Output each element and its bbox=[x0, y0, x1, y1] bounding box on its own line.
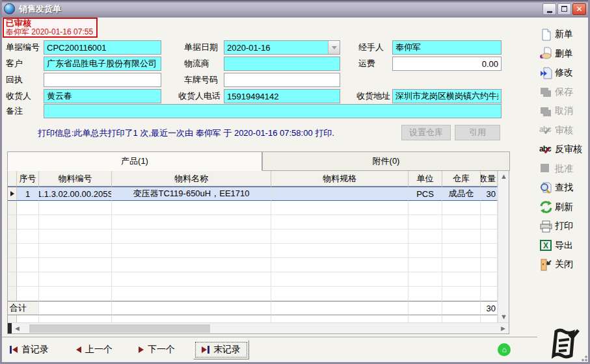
new-doc-button[interactable]: 新单 bbox=[539, 27, 590, 42]
total-qty: 30 bbox=[481, 301, 498, 315]
cell-name[interactable]: 变压器TC119-650uH，EE1710 bbox=[112, 187, 271, 201]
save-button: 保存 bbox=[539, 85, 590, 99]
minimize-button[interactable] bbox=[543, 3, 556, 15]
reference-button: 引用 bbox=[455, 125, 500, 140]
record-navbar: 首记录 上一个 下一个 末记录 bbox=[2, 337, 537, 362]
maximize-button[interactable] bbox=[557, 3, 571, 15]
print-info: 打印信息:此单总共打印了1 次,最近一次由 奉仰军 于 2020-01-16 0… bbox=[38, 127, 334, 139]
horizontal-scrollbar[interactable]: ◄ ► bbox=[8, 322, 509, 333]
export-button[interactable]: X 导出 bbox=[539, 239, 590, 253]
plate-no-field[interactable] bbox=[224, 73, 340, 87]
empty-grid-row bbox=[8, 201, 509, 215]
cell-warehouse[interactable]: 成品仓 bbox=[442, 187, 481, 201]
logistics-label: 物流商 bbox=[184, 57, 209, 71]
consignee-field[interactable] bbox=[44, 89, 161, 103]
doc-no-label: 单据编号 bbox=[6, 40, 40, 55]
prev-record-button[interactable]: 上一个 bbox=[76, 344, 113, 356]
receipt-field[interactable] bbox=[44, 73, 161, 87]
cell-qty[interactable]: 30 bbox=[481, 187, 498, 201]
audit-icon: abc✔ bbox=[539, 124, 553, 137]
audit-by: 奉仰军 2020-01-16 07:55 bbox=[6, 28, 94, 36]
doc-date-combo[interactable] bbox=[224, 40, 340, 55]
tab-products[interactable]: 产品(1) bbox=[7, 151, 262, 171]
phone-label: 收货人电话 bbox=[178, 89, 221, 103]
phone-field[interactable] bbox=[224, 89, 340, 103]
logistics-field[interactable] bbox=[224, 57, 340, 71]
resize-grip[interactable] bbox=[580, 354, 587, 361]
audit-button: abc✔ 审核 bbox=[539, 124, 590, 138]
col-spec[interactable]: 物料规格 bbox=[271, 171, 409, 187]
first-record-icon bbox=[10, 346, 18, 354]
modify-icon bbox=[539, 66, 553, 80]
scroll-up-icon[interactable]: ▲ bbox=[498, 171, 509, 182]
cell-spec[interactable] bbox=[271, 187, 409, 201]
cancel-button: 取消 bbox=[539, 104, 590, 118]
col-qty[interactable]: 数量 bbox=[481, 171, 498, 187]
minimize-icon bbox=[547, 11, 552, 13]
empty-grid-row bbox=[8, 215, 509, 229]
next-record-button[interactable]: 下一个 bbox=[139, 344, 175, 356]
print-button[interactable]: 打印 bbox=[539, 219, 590, 233]
consignee-label: 收货人 bbox=[6, 89, 31, 103]
print-icon bbox=[539, 220, 553, 233]
handler-label: 经手人 bbox=[358, 40, 384, 55]
close-doc-button[interactable]: 关闭 bbox=[539, 257, 590, 272]
scroll-right-icon[interactable]: ► bbox=[498, 323, 509, 334]
table-row[interactable]: 1 1.1.3.02.00.00.205S 变压器TC119-650uH，EE1… bbox=[8, 187, 509, 201]
close-doc-icon bbox=[539, 258, 553, 272]
tab-attachments[interactable]: 附件(0) bbox=[262, 151, 510, 171]
col-unit[interactable]: 单位 bbox=[409, 171, 442, 187]
row-arrow-icon bbox=[10, 191, 14, 196]
col-code[interactable]: 物料编号 bbox=[39, 171, 112, 187]
vertical-scrollbar[interactable]: ▲ ▼ bbox=[498, 171, 509, 322]
grid-header-row: 序号 物料编号 物料名称 物料规格 单位 仓库 数量 bbox=[8, 171, 509, 187]
receipt-label: 回执 bbox=[6, 73, 23, 87]
modify-button[interactable]: 修改 bbox=[539, 66, 590, 80]
remark-field[interactable] bbox=[44, 104, 502, 118]
freight-label: 运费 bbox=[358, 57, 375, 71]
green-badge-icon[interactable]: ⌂ bbox=[498, 343, 511, 356]
first-record-button[interactable]: 首记录 bbox=[10, 344, 49, 356]
empty-grid-row bbox=[8, 229, 509, 244]
customer-field[interactable] bbox=[44, 57, 161, 71]
total-label: 合计 bbox=[8, 301, 39, 315]
app-window: 销售发货单 ✕ 已审核 奉仰军 2020-01-16 07:55 单据编号 单据… bbox=[0, 0, 590, 364]
find-button[interactable]: 查找 bbox=[539, 181, 590, 195]
find-icon bbox=[539, 181, 553, 195]
unaudit-button[interactable]: abc✔ 反审核 bbox=[539, 142, 590, 157]
cell-code[interactable]: 1.1.3.02.00.00.205S bbox=[39, 187, 112, 201]
close-button[interactable]: ✕ bbox=[572, 3, 586, 15]
scroll-left-icon[interactable]: ◄ bbox=[12, 323, 23, 334]
cell-unit[interactable]: PCS bbox=[409, 187, 442, 201]
total-row: 合计 30 bbox=[8, 301, 509, 315]
unaudit-icon: abc✔ bbox=[539, 143, 553, 157]
export-icon: X bbox=[539, 239, 553, 252]
address-label: 收货地址 bbox=[356, 89, 390, 103]
chevron-down-icon[interactable] bbox=[328, 41, 340, 54]
empty-grid-row bbox=[8, 287, 509, 301]
window-title: 销售发货单 bbox=[19, 3, 61, 15]
handler-field[interactable] bbox=[392, 40, 502, 55]
last-record-button[interactable]: 末记录 bbox=[193, 340, 249, 359]
col-warehouse[interactable]: 仓库 bbox=[442, 171, 481, 187]
next-record-icon bbox=[139, 346, 144, 353]
current-row-marker bbox=[8, 187, 17, 201]
cell-seq[interactable]: 1 bbox=[17, 187, 39, 201]
scrollbar-thumb[interactable] bbox=[29, 324, 210, 333]
row-selector-header bbox=[8, 171, 17, 187]
scroll-down-icon[interactable]: ▼ bbox=[498, 311, 509, 322]
empty-grid-row bbox=[8, 272, 509, 287]
freight-field[interactable] bbox=[392, 57, 502, 71]
col-seq[interactable]: 序号 bbox=[17, 171, 39, 187]
items-grid: 序号 物料编号 物料名称 物料规格 单位 仓库 数量 1 1.1.3.02.00… bbox=[7, 170, 509, 334]
col-name[interactable]: 物料名称 bbox=[112, 171, 271, 187]
title-bar: 销售发货单 ✕ bbox=[0, 0, 590, 18]
prev-record-icon bbox=[76, 346, 81, 353]
signed-doc-icon bbox=[546, 326, 583, 361]
last-record-icon bbox=[202, 346, 209, 354]
refresh-button[interactable]: 刷新 bbox=[539, 200, 590, 214]
audit-stamp: 已审核 奉仰军 2020-01-16 07:55 bbox=[3, 18, 98, 38]
doc-no-field[interactable] bbox=[44, 40, 161, 55]
delete-doc-button[interactable]: 删单 bbox=[539, 47, 590, 61]
address-field[interactable] bbox=[392, 89, 502, 103]
